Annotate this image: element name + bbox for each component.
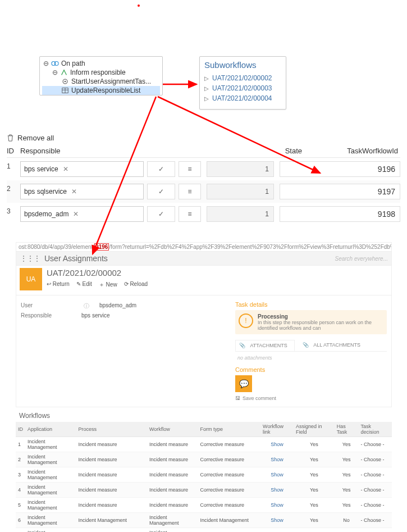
- subworkflow-link[interactable]: ▷UAT/2021/02/00004: [204, 93, 281, 103]
- taskwfid-cell[interactable]: 9198: [280, 206, 400, 222]
- task-decision-select[interactable]: - Choose -: [358, 483, 392, 498]
- trash-icon: [7, 134, 14, 142]
- grid-header: ID Responsible State TaskWorfklowId: [7, 147, 400, 158]
- row-index: 3: [7, 206, 20, 215]
- subworkflow-link[interactable]: ▷UAT/2021/02/00003: [204, 83, 281, 93]
- wf-row: 7Incident ManagementIncident ManagementI…: [16, 528, 392, 533]
- collapse-icon[interactable]: ⊖: [52, 69, 58, 76]
- state-cell: 1: [207, 206, 274, 222]
- table-row: 1bps service✕✓≡19196: [7, 158, 400, 180]
- reload-button[interactable]: ⟳ Reload: [124, 281, 148, 289]
- tree-label: Inform responsible: [70, 69, 126, 76]
- wf-row: 5Incident ManagementIncident measureInci…: [16, 498, 392, 513]
- taskwfid-cell[interactable]: 9197: [280, 184, 400, 199]
- processing-icon: !: [239, 313, 253, 328]
- url-highlight: 9196: [94, 243, 109, 251]
- action-tree-panel: ⊖ On path ⊖ Inform responsible StartUser…: [39, 56, 163, 96]
- play-icon: ▷: [204, 85, 209, 92]
- workflow-show-link[interactable]: Show: [271, 457, 283, 462]
- tab-attachments[interactable]: 📎 ATTACHMENTS: [235, 340, 295, 351]
- branch-icon: [60, 69, 68, 76]
- comment-icon[interactable]: 💬: [235, 375, 252, 392]
- play-icon: ▷: [204, 75, 209, 81]
- task-decision-select[interactable]: - Choose -: [358, 437, 392, 452]
- field-label-responsible: Responsible: [21, 312, 71, 319]
- field-value-user: bpsdemo_adm: [99, 302, 136, 310]
- taskwfid-cell[interactable]: 9196: [280, 161, 400, 177]
- tab-all-attachments[interactable]: 📎 ALL ATTACHMENTS: [299, 340, 367, 351]
- col-responsible: Responsible: [20, 147, 189, 155]
- table-row: 3bpsdemo_adm✕✓≡19198: [7, 203, 400, 225]
- tree-node-startuat[interactable]: StartUserAssignmentTas...: [42, 77, 160, 86]
- global-search[interactable]: Search everywhere...: [335, 256, 388, 262]
- state-cell: 1: [207, 184, 274, 199]
- field-label-user: User: [21, 302, 71, 310]
- clear-icon[interactable]: ✕: [63, 165, 68, 173]
- edit-button[interactable]: ✎ Edit: [76, 281, 92, 289]
- field-value-responsible: bps service: [81, 312, 110, 319]
- wf-col-header: ID: [16, 422, 25, 437]
- workflow-show-link[interactable]: Show: [271, 487, 283, 493]
- tree-node-inform[interactable]: ⊖ Inform responsible: [42, 68, 160, 77]
- form-fields: Userⓘbpsdemo_adm Responsiblebps service: [21, 301, 227, 401]
- col-id: ID: [7, 147, 20, 155]
- wf-col-header: Application: [25, 422, 76, 437]
- instance-hero: UA UAT/2021/02/00002 ↩ Return ✎ Edit ＋ N…: [16, 266, 392, 295]
- table-icon: [61, 87, 69, 94]
- play-icon: ▷: [204, 96, 209, 102]
- comments-header: Comments: [235, 366, 387, 373]
- workflow-show-link[interactable]: Show: [271, 442, 283, 447]
- clear-icon[interactable]: ✕: [71, 188, 77, 195]
- table-row: 2bps sqlservice✕✓≡19197: [7, 180, 400, 203]
- instance-badge: UA: [20, 268, 42, 290]
- responsible-input[interactable]: bps service✕: [20, 161, 144, 177]
- gear-icon: [61, 78, 69, 85]
- tree-node-onpath[interactable]: ⊖ On path: [42, 59, 160, 68]
- responsible-input[interactable]: bpsdemo_adm✕: [20, 206, 144, 222]
- subworkflow-link[interactable]: ▷UAT/2021/02/00002: [204, 73, 281, 83]
- task-title: Processing: [258, 313, 383, 320]
- confirm-button[interactable]: ✓: [147, 206, 175, 222]
- menu-button[interactable]: ≡: [179, 206, 201, 222]
- wf-col-header: Task decision: [358, 422, 392, 437]
- app-launcher-icon[interactable]: ⋮⋮⋮: [20, 254, 40, 263]
- col-state: State: [239, 147, 307, 155]
- svg-point-8: [65, 81, 66, 83]
- clear-icon[interactable]: ✕: [73, 210, 79, 218]
- collapse-icon[interactable]: ⊖: [43, 60, 49, 67]
- return-button[interactable]: ↩ Return: [47, 281, 70, 289]
- info-icon[interactable]: ⓘ: [84, 302, 89, 310]
- workflow-show-link[interactable]: Show: [271, 517, 283, 523]
- task-decision-select[interactable]: - Choose -: [358, 498, 392, 513]
- wf-col-header: Workflow: [147, 422, 198, 437]
- workflows-table: IDApplicationProcessWorkflowForm typeWor…: [16, 422, 392, 532]
- wf-col-header: Process: [76, 422, 147, 437]
- item-list: Remove all ID Responsible State TaskWorf…: [7, 134, 400, 225]
- task-decision-select[interactable]: - Choose -: [358, 452, 392, 467]
- task-decision-select[interactable]: - Choose -: [358, 528, 392, 533]
- tree-label: UpdateResponsibleList: [71, 87, 140, 94]
- cycle-icon: [51, 60, 59, 67]
- instance-id: UAT/2021/02/00002: [47, 268, 148, 278]
- wf-row: 2Incident ManagementIncident measureInci…: [16, 452, 392, 467]
- remove-all-button[interactable]: Remove all: [7, 134, 400, 142]
- task-details-header: Task details: [235, 301, 387, 308]
- task-decision-select[interactable]: - Choose -: [358, 467, 392, 483]
- workflow-show-link[interactable]: Show: [271, 502, 283, 508]
- col-taskwfid: TaskWorfklowId: [307, 147, 400, 155]
- menu-button[interactable]: ≡: [179, 184, 201, 199]
- no-attachments-text: no attachments: [237, 355, 387, 361]
- tree-node-updateresp[interactable]: UpdateResponsibleList: [42, 86, 160, 95]
- new-button[interactable]: ＋ New: [99, 281, 117, 289]
- task-description: In this step the responsible person can …: [258, 320, 383, 331]
- task-decision-select[interactable]: - Choose -: [358, 513, 392, 528]
- state-cell: 1: [207, 161, 274, 177]
- menu-button[interactable]: ≡: [179, 161, 201, 177]
- save-comment-button[interactable]: 🖫 Save comment: [235, 395, 387, 401]
- confirm-button[interactable]: ✓: [147, 184, 175, 199]
- address-bar[interactable]: ost:8080/db/4/app/39/element/9196/form?r…: [16, 242, 392, 252]
- confirm-button[interactable]: ✓: [147, 161, 175, 177]
- workflow-show-link[interactable]: Show: [271, 472, 283, 478]
- responsible-input[interactable]: bps sqlservice✕: [20, 184, 144, 199]
- wf-row: 3Incident ManagementIncident measureInci…: [16, 467, 392, 483]
